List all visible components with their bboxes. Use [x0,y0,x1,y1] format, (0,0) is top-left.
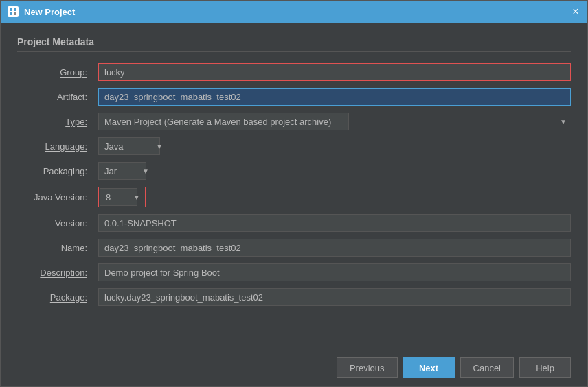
artifact-label: Artifact: [17,92,93,102]
title-bar-left: New Project [8,6,75,17]
window-title: New Project [24,7,75,17]
dialog-content: Project Metadata Group: Artifact: Type: … [1,23,587,349]
group-label: Group: [17,67,93,78]
close-button[interactable]: × [571,7,580,16]
java-version-select[interactable]: 8 11 17 21 [100,188,137,206]
section-title: Project Metadata [17,36,571,52]
form-grid: Group: Artifact: Type: Maven Project (Ge… [17,63,571,306]
svg-rect-0 [10,8,12,11]
java-version-label: Java Version: [17,192,93,202]
type-select-wrapper: Maven Project (Generate a Maven based pr… [98,113,571,130]
description-label: Description: [17,268,93,278]
language-select[interactable]: Java Kotlin Groovy [98,137,160,155]
name-input[interactable] [98,239,571,257]
java-version-row: 8 11 17 21 ▼ [98,187,571,207]
package-label: Package: [17,292,93,303]
description-input[interactable] [98,263,571,281]
svg-rect-2 [10,12,12,15]
next-button[interactable]: Next [403,357,455,378]
java-version-highlight: 8 11 17 21 ▼ [98,187,146,207]
version-input[interactable] [98,214,571,232]
version-label: Version: [17,218,93,228]
java-version-select-wrapper: 8 11 17 21 ▼ [100,188,144,206]
type-select[interactable]: Maven Project (Generate a Maven based pr… [98,113,349,130]
title-bar: New Project × [1,1,587,23]
language-select-wrapper: Java Kotlin Groovy ▼ [98,137,167,155]
type-label: Type: [17,117,93,127]
package-input[interactable] [98,288,571,306]
help-button[interactable]: Help [519,357,571,378]
cancel-button[interactable]: Cancel [460,357,514,378]
packaging-select[interactable]: Jar War [98,162,146,180]
svg-rect-1 [14,8,16,11]
group-input[interactable] [98,63,571,81]
previous-button[interactable]: Previous [337,357,398,378]
new-project-dialog: New Project × Project Metadata Group: Ar… [0,0,588,387]
svg-rect-3 [14,12,16,15]
name-label: Name: [17,243,93,253]
language-label: Language: [17,141,93,152]
packaging-select-wrapper: Jar War ▼ [98,162,153,180]
dialog-footer: Previous Next Cancel Help [1,349,587,386]
packaging-label: Packaging: [17,166,93,176]
type-dropdown-arrow: ▼ [560,118,567,126]
artifact-input[interactable] [98,88,571,106]
app-icon [8,6,19,17]
